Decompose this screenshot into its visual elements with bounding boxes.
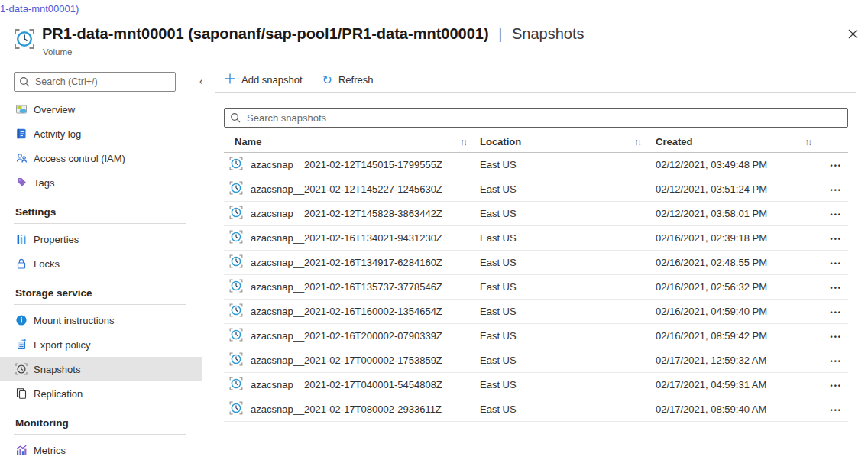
snapshot-created: 02/16/2021, 04:59:40 PM (656, 306, 812, 317)
replication-icon (15, 387, 28, 400)
row-context-menu-button[interactable]: ••• (831, 260, 842, 267)
sort-icon[interactable]: ↑↓ (634, 137, 642, 147)
snapshots-table: Name ↑↓ Location ↑↓ Created ↑↓ (224, 131, 848, 422)
sidebar: « Overview Activity log (0, 67, 202, 460)
search-snapshots-input[interactable] (224, 108, 848, 128)
row-context-menu-button[interactable]: ••• (831, 211, 842, 219)
table-row[interactable]: azacsnap__2021-02-16T135737-3778546Z Eas… (224, 275, 848, 300)
column-header-created[interactable]: Created ↑↓ (656, 136, 812, 147)
sidebar-search-input[interactable] (14, 72, 176, 92)
sidebar-item-label: Locks (34, 258, 60, 270)
snapshot-clock-icon (229, 279, 243, 295)
snapshot-name: azacsnap__2021-02-16T135737-3778546Z (251, 281, 442, 293)
sidebar-item-label: Activity log (34, 128, 81, 140)
overview-icon (15, 103, 28, 115)
table-row[interactable]: azacsnap__2021-02-16T200002-0790339Z Eas… (224, 324, 848, 348)
snapshot-location: East US (480, 208, 656, 219)
column-header-location[interactable]: Location ↑↓ (480, 136, 656, 147)
sort-icon[interactable]: ↑↓ (460, 137, 468, 147)
snapshot-name: azacsnap__2021-02-16T134917-6284160Z (251, 257, 442, 268)
sidebar-item-mount-instructions[interactable]: Mount instructions (0, 308, 202, 332)
snapshot-clock-icon (229, 157, 243, 173)
sidebar-item-label: Tags (34, 177, 54, 189)
close-icon[interactable] (848, 28, 858, 42)
table-row[interactable]: azacsnap__2021-02-17T080002-2933611Z Eas… (224, 397, 848, 422)
sidebar-item-overview[interactable]: Overview (0, 97, 202, 121)
page-title-section: Snapshots (512, 25, 585, 42)
table-row[interactable]: azacsnap__2021-02-16T160002-1354654Z Eas… (224, 300, 848, 324)
table-row[interactable]: azacsnap__2021-02-16T134917-6284160Z Eas… (224, 251, 848, 275)
snapshot-clock-icon (15, 363, 28, 375)
snapshot-created: 02/17/2021, 08:59:40 AM (656, 403, 812, 415)
sidebar-item-tags[interactable]: Tags (0, 170, 202, 195)
collapse-sidebar-button[interactable]: « (199, 75, 202, 87)
sidebar-item-replication[interactable]: Replication (0, 381, 202, 406)
add-snapshot-button[interactable]: Add snapshot (225, 73, 303, 86)
row-context-menu-button[interactable]: ••• (831, 162, 842, 170)
page-header: PR1-data-mnt00001 (saponanf/sap-pool1/PR… (14, 23, 858, 63)
table-row[interactable]: azacsnap__2021-02-12T145227-1245630Z Eas… (224, 177, 848, 202)
snapshot-name: azacsnap__2021-02-12T145828-3863442Z (251, 208, 442, 219)
page-title-resource: PR1-data-mnt00001 (saponanf/sap-pool1/PR… (42, 25, 489, 42)
sidebar-item-label: Overview (34, 104, 75, 115)
sidebar-item-snapshots[interactable]: Snapshots (0, 357, 202, 381)
sidebar-item-access-control[interactable]: Access control (IAM) (0, 146, 202, 170)
divider (14, 434, 186, 435)
table-row[interactable]: azacsnap__2021-02-17T000002-1753859Z Eas… (224, 348, 848, 373)
column-header-name[interactable]: Name ↑↓ (224, 136, 480, 147)
breadcrumb[interactable]: 1-data-mnt00001) (0, 3, 79, 15)
sidebar-section-title: Settings (0, 202, 202, 221)
row-context-menu-button[interactable]: ••• (831, 309, 842, 316)
row-context-menu-button[interactable]: ••• (831, 382, 842, 390)
divider (14, 223, 186, 224)
row-context-menu-button[interactable]: ••• (831, 284, 842, 292)
snapshot-created: 02/17/2021, 04:59:31 AM (656, 379, 812, 390)
divider (215, 92, 856, 93)
info-icon (15, 314, 28, 326)
sidebar-section-title: Monitoring (0, 413, 202, 432)
activity-log-icon (15, 128, 28, 140)
access-control-icon (15, 152, 28, 164)
sidebar-item-activity-log[interactable]: Activity log (0, 121, 202, 146)
sidebar-item-metrics[interactable]: Metrics (0, 438, 202, 460)
sidebar-item-label: Export policy (34, 339, 90, 351)
lock-icon (15, 258, 28, 270)
row-context-menu-button[interactable]: ••• (831, 186, 842, 194)
plus-icon (225, 73, 235, 86)
sidebar-item-properties[interactable]: Properties (0, 227, 202, 251)
table-row[interactable]: azacsnap__2021-02-12T145015-1799555Z Eas… (224, 153, 848, 177)
row-context-menu-button[interactable]: ••• (831, 235, 842, 243)
page-title-separator: | (498, 25, 502, 42)
row-context-menu-button[interactable]: ••• (831, 333, 842, 341)
snapshot-location: East US (480, 355, 656, 366)
row-context-menu-button[interactable]: ••• (831, 358, 842, 365)
refresh-icon: ↻ (322, 75, 332, 86)
snapshot-name: azacsnap__2021-02-17T040001-5454808Z (251, 379, 442, 390)
snapshot-created: 02/12/2021, 03:58:01 PM (656, 208, 812, 219)
snapshot-created: 02/16/2021, 08:59:42 PM (656, 330, 812, 342)
divider (14, 304, 186, 305)
add-snapshot-label: Add snapshot (241, 74, 303, 86)
properties-icon (15, 233, 28, 245)
snapshot-clock-icon (229, 206, 243, 222)
sort-icon[interactable]: ↑↓ (805, 137, 812, 147)
table-row[interactable]: azacsnap__2021-02-16T134021-9431230Z Eas… (224, 226, 848, 251)
table-row[interactable]: azacsnap__2021-02-12T145828-3863442Z Eas… (224, 202, 848, 226)
snapshot-clock-icon (229, 254, 243, 270)
snapshot-clock-icon (229, 181, 243, 197)
sidebar-item-locks[interactable]: Locks (0, 251, 202, 276)
sidebar-item-export-policy[interactable]: Export policy (0, 332, 202, 357)
snapshot-clock-icon (14, 28, 35, 53)
sidebar-section-storage-service: Storage service Mount instructions (0, 283, 202, 406)
row-context-menu-button[interactable]: ••• (831, 407, 842, 414)
snapshot-clock-icon (229, 377, 243, 393)
snapshot-clock-icon (229, 230, 243, 246)
table-row[interactable]: azacsnap__2021-02-17T040001-5454808Z Eas… (224, 373, 848, 397)
snapshot-name: azacsnap__2021-02-12T145015-1799555Z (251, 159, 442, 170)
snapshot-location: East US (480, 306, 656, 317)
snapshot-clock-icon (229, 328, 243, 344)
snapshot-created: 02/12/2021, 03:49:48 PM (656, 159, 812, 170)
snapshot-location: East US (480, 232, 656, 244)
toolbar: Add snapshot ↻ Refresh (214, 67, 868, 92)
refresh-button[interactable]: ↻ Refresh (322, 74, 374, 86)
